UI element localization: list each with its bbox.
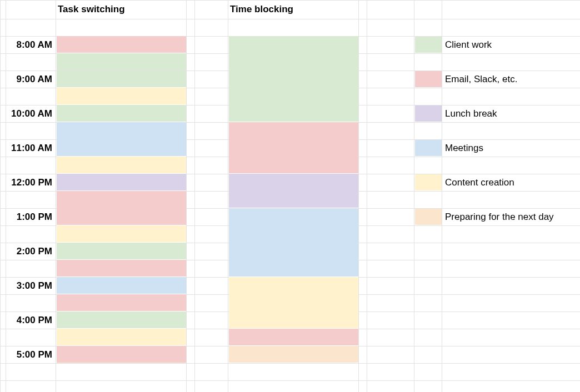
task-switching-block[interactable] <box>57 88 186 104</box>
header-time-blocking: Time blocking <box>230 0 356 19</box>
legend-swatch-meetings <box>415 140 442 156</box>
time-blocking-block[interactable] <box>229 277 358 328</box>
legend-label-client_work: Client work <box>445 36 578 53</box>
task-switching-block[interactable] <box>57 53 186 87</box>
header-task-switching: Task switching <box>58 0 184 19</box>
time-blocking-block[interactable] <box>229 329 358 345</box>
legend-swatch-content <box>415 174 442 190</box>
task-switching-block[interactable] <box>57 191 186 225</box>
time-blocking-block[interactable] <box>229 122 358 173</box>
spreadsheet-canvas[interactable]: Task switchingTime blocking8:00 AM9:00 A… <box>0 0 580 392</box>
time-blocking-block[interactable] <box>229 346 358 363</box>
time-label-7: 3:00 PM <box>6 277 53 294</box>
legend-swatch-client_work <box>415 37 442 53</box>
legend-label-lunch: Lunch break <box>445 105 578 122</box>
legend-swatch-email_slack <box>415 71 442 87</box>
task-switching-block[interactable] <box>57 294 186 311</box>
time-blocking-block[interactable] <box>229 174 358 208</box>
task-switching-block[interactable] <box>57 329 186 345</box>
time-blocking-block[interactable] <box>229 208 358 277</box>
time-label-6: 2:00 PM <box>6 243 53 260</box>
task-switching-block[interactable] <box>57 157 186 173</box>
task-switching-block[interactable] <box>57 225 186 242</box>
legend-swatch-next_day <box>415 209 442 225</box>
task-switching-block[interactable] <box>57 363 186 363</box>
task-switching-block[interactable] <box>57 174 186 190</box>
legend-label-content: Content creation <box>445 174 578 191</box>
legend-label-email_slack: Email, Slack, etc. <box>445 71 578 88</box>
task-switching-block[interactable] <box>57 105 186 122</box>
task-switching-block[interactable] <box>57 311 186 328</box>
legend-label-meetings: Meetings <box>445 139 578 157</box>
legend-swatch-lunch <box>415 105 442 122</box>
task-switching-block[interactable] <box>57 260 186 277</box>
time-label-3: 11:00 AM <box>6 139 53 157</box>
time-label-5: 1:00 PM <box>6 208 53 225</box>
task-switching-block[interactable] <box>57 36 186 53</box>
time-label-2: 10:00 AM <box>6 105 53 122</box>
time-label-0: 8:00 AM <box>6 36 53 53</box>
task-switching-block[interactable] <box>57 243 186 259</box>
time-label-4: 12:00 PM <box>6 174 53 191</box>
time-label-1: 9:00 AM <box>6 71 53 88</box>
time-label-8: 4:00 PM <box>6 311 53 329</box>
task-switching-block[interactable] <box>57 122 186 156</box>
time-blocking-block[interactable] <box>229 36 358 122</box>
time-label-9: 5:00 PM <box>6 346 53 363</box>
task-switching-block[interactable] <box>57 346 186 363</box>
task-switching-block[interactable] <box>57 277 186 294</box>
legend-label-next_day: Preparing for the next day <box>445 208 578 225</box>
